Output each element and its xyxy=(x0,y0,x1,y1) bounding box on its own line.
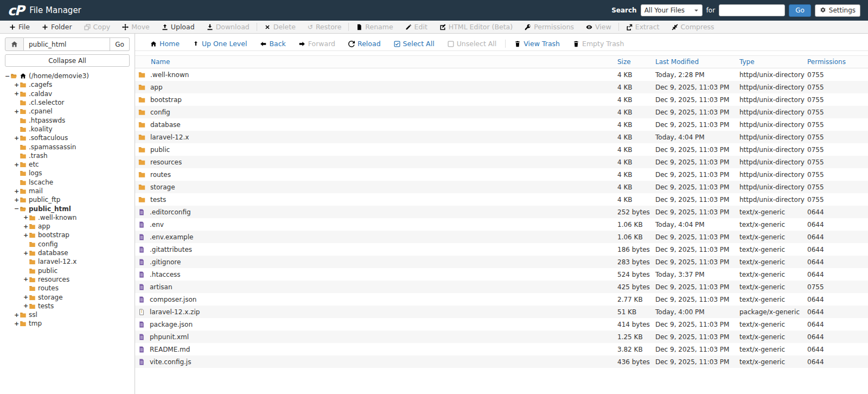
tree-item-resources[interactable]: +resources xyxy=(0,275,135,284)
tree-item-storage[interactable]: +storage xyxy=(0,293,135,301)
collapse-all-button[interactable]: Collapse All xyxy=(5,54,130,67)
tree-toggle-icon[interactable]: + xyxy=(14,312,20,319)
toolbar-button-folder[interactable]: Folder xyxy=(36,21,78,33)
tree-toggle-icon[interactable]: + xyxy=(14,320,20,327)
tree-toggle-icon[interactable]: + xyxy=(23,223,29,230)
table-row-laravel-12-x-zip[interactable]: laravel-12.x.zip51 KBToday, 4:00 PMpacka… xyxy=(135,306,868,318)
table-row-bootstrap[interactable]: bootstrap4 KBDec 9, 2025, 11:03 PMhttpd/… xyxy=(135,93,868,106)
tree-item-mail[interactable]: +mail xyxy=(0,187,135,195)
nav-reload[interactable]: Reload xyxy=(342,40,387,48)
column-header-last-modified[interactable]: Last Modified xyxy=(655,58,739,66)
toolbar-button-file[interactable]: File xyxy=(3,21,36,33)
tree-toggle-icon[interactable]: + xyxy=(14,135,20,142)
table-row-app[interactable]: app4 KBDec 9, 2025, 11:03 PMhttpd/unix-d… xyxy=(135,81,868,93)
table-row-vite-config-js[interactable]: vite.config.js436 bytesDec 9, 2025, 11:0… xyxy=(135,355,868,368)
toolbar-button-restore[interactable]: ↺Restore xyxy=(302,21,348,33)
table-row-database[interactable]: database4 KBDec 9, 2025, 11:03 PMhttpd/u… xyxy=(135,118,868,131)
tree-item-tmp[interactable]: +tmp xyxy=(0,319,135,328)
table-row-public[interactable]: public4 KBDec 9, 2025, 11:03 PMhttpd/uni… xyxy=(135,143,868,156)
toolbar-button-upload[interactable]: Upload xyxy=(156,21,201,33)
table-row-composer-json[interactable]: composer.json2.77 KBDec 9, 2025, 11:03 P… xyxy=(135,293,868,306)
tree-toggle-icon[interactable]: + xyxy=(23,276,29,283)
table-row-tests[interactable]: tests4 KBDec 9, 2025, 11:03 PMhttpd/unix… xyxy=(135,193,868,206)
tree-item-routes[interactable]: routes xyxy=(0,284,135,293)
tree-item-well-known[interactable]: +.well-known xyxy=(0,213,135,222)
tree-item-public-ftp[interactable]: +public_ftp xyxy=(0,195,135,204)
tree-item-app[interactable]: +app xyxy=(0,222,135,231)
table-row-well-known[interactable]: .well-known4 KBToday, 2:28 PMhttpd/unix-… xyxy=(135,68,868,81)
tree-item-public[interactable]: public xyxy=(0,266,135,275)
nav-back[interactable]: Back xyxy=(253,40,292,48)
table-row-gitignore[interactable]: .gitignore283 bytesDec 9, 2025, 11:03 PM… xyxy=(135,256,868,268)
nav-up-one-level[interactable]: Up One Level xyxy=(186,40,253,48)
column-header-type[interactable]: Type xyxy=(739,58,807,66)
tree-item-database[interactable]: +database xyxy=(0,249,135,257)
tree-item-htpasswds[interactable]: .htpasswds xyxy=(0,116,135,124)
table-row-package-json[interactable]: package.json414 bytesDec 9, 2025, 11:03 … xyxy=(135,318,868,331)
path-input[interactable] xyxy=(24,37,110,51)
column-header-size[interactable]: Size xyxy=(617,58,655,66)
tree-toggle-icon[interactable]: + xyxy=(14,196,20,204)
tree-item-softaculous[interactable]: +.softaculous xyxy=(0,134,135,142)
tree-toggle-icon[interactable]: + xyxy=(14,90,20,97)
tree-item-lscache[interactable]: lscache xyxy=(0,178,135,187)
table-row-laravel-12-x[interactable]: laravel-12.x4 KBToday, 4:04 PMhttpd/unix… xyxy=(135,131,868,143)
table-row-env[interactable]: .env1.06 KBToday, 4:04 PMtext/x-generic0… xyxy=(135,218,868,231)
toolbar-button-download[interactable]: Download xyxy=(201,21,256,33)
table-row-editorconfig[interactable]: .editorconfig252 bytesDec 9, 2025, 11:03… xyxy=(135,206,868,218)
tree-item-home-demovie3[interactable]: −(/home/demovie3) xyxy=(0,72,135,80)
tree-toggle-icon[interactable]: + xyxy=(14,188,20,195)
nav-select-all[interactable]: Select All xyxy=(387,40,441,48)
table-row-storage[interactable]: storage4 KBDec 9, 2025, 11:03 PMhttpd/un… xyxy=(135,181,868,193)
search-input[interactable] xyxy=(719,4,785,16)
toolbar-button-edit[interactable]: Edit xyxy=(399,21,433,33)
toolbar-button-extract[interactable]: Extract xyxy=(620,21,666,33)
nav-forward[interactable]: Forward xyxy=(292,40,342,48)
tree-item-cpanel[interactable]: +.cpanel xyxy=(0,107,135,116)
tree-toggle-icon[interactable]: − xyxy=(14,205,20,212)
column-header-permissions[interactable]: Permissions xyxy=(807,58,868,66)
tree-toggle-icon[interactable]: + xyxy=(23,302,29,309)
tree-toggle-icon[interactable]: + xyxy=(23,294,29,301)
tree-toggle-icon[interactable]: − xyxy=(4,73,10,80)
tree-toggle-icon[interactable]: + xyxy=(14,108,20,115)
column-header-name[interactable]: Name xyxy=(135,58,617,66)
path-home-button[interactable] xyxy=(5,37,24,51)
toolbar-button-rename[interactable]: Rename xyxy=(350,21,399,33)
tree-item-trash[interactable]: .trash xyxy=(0,151,135,160)
tree-toggle-icon[interactable]: + xyxy=(23,250,29,257)
tree-item-logs[interactable]: logs xyxy=(0,169,135,177)
table-row-artisan[interactable]: artisan425 bytesDec 9, 2025, 11:03 PMtex… xyxy=(135,281,868,293)
tree-item-config[interactable]: config xyxy=(0,240,135,249)
tree-item-spamassassin[interactable]: .spamassassin xyxy=(0,142,135,151)
toolbar-button-copy[interactable]: Copy xyxy=(78,21,117,33)
tree-toggle-icon[interactable]: + xyxy=(23,232,29,239)
tree-item-laravel-12-x[interactable]: laravel-12.x xyxy=(0,257,135,266)
tree-item-public-html[interactable]: −public_html xyxy=(0,204,135,213)
tree-toggle-icon[interactable]: + xyxy=(14,161,20,168)
tree-item-cl-selector[interactable]: .cl.selector xyxy=(0,98,135,107)
tree-item-ssl[interactable]: +ssl xyxy=(0,310,135,319)
toolbar-button-html-editor-beta[interactable]: HTML Editor (Beta) xyxy=(433,21,519,33)
settings-button[interactable]: Settings xyxy=(815,4,860,17)
table-row-readme-md[interactable]: README.md3.82 KBDec 9, 2025, 11:03 PMtex… xyxy=(135,343,868,355)
toolbar-button-move[interactable]: Move xyxy=(116,21,156,33)
tree-item-tests[interactable]: +tests xyxy=(0,302,135,310)
toolbar-button-permissions[interactable]: Permissions xyxy=(519,21,580,33)
search-filter-select[interactable]: All Your Files xyxy=(641,4,703,16)
nav-unselect-all[interactable]: Unselect All xyxy=(441,40,503,48)
nav-empty-trash[interactable]: Empty Trash xyxy=(566,40,630,48)
toolbar-button-view[interactable]: View xyxy=(580,21,617,33)
table-row-env-example[interactable]: .env.example1.06 KBDec 9, 2025, 11:03 PM… xyxy=(135,231,868,243)
table-row-resources[interactable]: resources4 KBDec 9, 2025, 11:03 PMhttpd/… xyxy=(135,156,868,168)
table-row-routes[interactable]: routes4 KBDec 9, 2025, 11:03 PMhttpd/uni… xyxy=(135,168,868,181)
table-row-gitattributes[interactable]: .gitattributes186 bytesDec 9, 2025, 11:0… xyxy=(135,243,868,256)
tree-item-cagefs[interactable]: +.cagefs xyxy=(0,80,135,89)
nav-view-trash[interactable]: View Trash xyxy=(508,40,566,48)
toolbar-button-compress[interactable]: Compress xyxy=(666,21,720,33)
tree-toggle-icon[interactable]: + xyxy=(14,81,20,88)
tree-item-bootstrap[interactable]: +bootstrap xyxy=(0,231,135,239)
table-row-config[interactable]: config4 KBDec 9, 2025, 11:03 PMhttpd/uni… xyxy=(135,106,868,118)
tree-item-etc[interactable]: +etc xyxy=(0,160,135,169)
toolbar-button-delete[interactable]: Delete xyxy=(258,21,302,33)
